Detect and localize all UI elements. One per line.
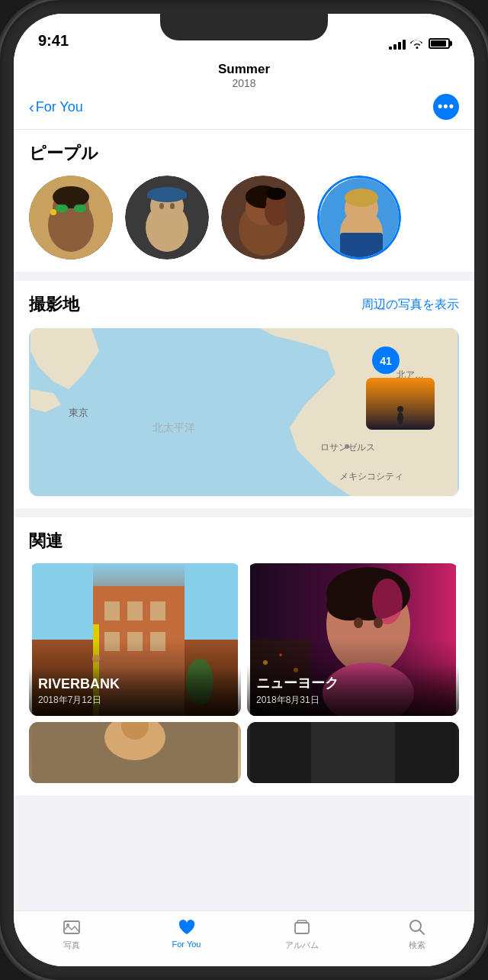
people-section-title: ピープル	[29, 142, 459, 165]
related-section: 関連	[14, 517, 474, 795]
person-4-illustration	[319, 178, 401, 260]
person-avatar-2[interactable]	[125, 176, 209, 260]
people-section: ピープル	[14, 130, 474, 272]
nav-row: ‹ For You •••	[29, 94, 459, 120]
related-card-1[interactable]: RIVERBANK 2018年7月12日	[29, 563, 241, 716]
places-section-title: 撮影地	[29, 293, 79, 316]
status-time: 9:41	[38, 32, 69, 50]
tab-albums[interactable]: アルバム	[244, 917, 359, 951]
svg-point-31	[345, 444, 349, 449]
related-card-1-title: RIVERBANK	[38, 676, 232, 692]
tab-bar: 写真 For You アルバム 検索	[14, 911, 474, 966]
places-section: 撮影地 周辺の写真を表示 東京 北太平洋	[14, 281, 474, 508]
person-3-illustration	[221, 176, 305, 260]
svg-rect-72	[311, 722, 395, 783]
svg-point-7	[50, 209, 56, 215]
scroll-content: ピープル	[14, 130, 474, 911]
partial-card-2-image	[247, 722, 459, 783]
more-button[interactable]: •••	[433, 94, 459, 120]
related-card-2-overlay: ニューヨーク 2018年8月31日	[247, 665, 459, 716]
for-you-icon	[177, 917, 197, 937]
partial-card-1-image	[29, 722, 241, 783]
svg-rect-5	[74, 205, 86, 212]
partial-card-2[interactable]	[247, 722, 459, 783]
people-row	[29, 176, 459, 260]
tab-for-you[interactable]: For You	[129, 917, 244, 951]
tab-search[interactable]: 検索	[359, 917, 474, 951]
wifi-icon	[410, 38, 424, 49]
svg-text:北太平洋: 北太平洋	[152, 421, 195, 434]
places-section-header: 撮影地 周辺の写真を表示	[29, 293, 459, 316]
related-card-2-date: 2018年8月31日	[256, 695, 319, 705]
related-grid: RIVERBANK 2018年7月12日	[29, 563, 459, 716]
svg-point-14	[170, 203, 175, 209]
svg-point-38	[397, 412, 403, 424]
related-card-1-overlay: RIVERBANK 2018年7月12日	[29, 667, 241, 716]
nav-bar: Summer 2018 ‹ For You •••	[14, 56, 474, 130]
svg-point-3	[53, 186, 89, 208]
back-button[interactable]: ‹ For You	[29, 98, 83, 116]
more-icon: •••	[438, 99, 454, 113]
tab-albums-label: アルバム	[285, 940, 319, 951]
svg-point-13	[159, 203, 164, 209]
albums-icon	[292, 917, 312, 937]
phone-screen: 9:41 Summer 2018	[14, 14, 474, 966]
tab-search-label: 検索	[409, 940, 425, 951]
svg-line-79	[419, 930, 424, 935]
map-svg: 東京 北太平洋 ロサンゼルス メキシコシティ 北ア… 41	[29, 328, 459, 496]
map-container[interactable]: 東京 北太平洋 ロサンゼルス メキシコシティ 北ア… 41	[29, 328, 459, 496]
related-section-title: 関連	[29, 530, 459, 553]
svg-rect-26	[340, 233, 383, 260]
tab-photos-label: 写真	[63, 940, 80, 951]
nav-subtitle: 2018	[29, 77, 459, 89]
partial-card-1[interactable]	[29, 722, 241, 783]
battery-icon	[429, 38, 450, 49]
svg-rect-4	[56, 205, 68, 212]
svg-rect-12	[147, 192, 187, 198]
tab-photos[interactable]: 写真	[14, 917, 129, 951]
related-card-2[interactable]: ニューヨーク 2018年8月31日	[247, 563, 459, 716]
view-nearby-button[interactable]: 周辺の写真を表示	[361, 297, 459, 313]
person-avatar-3[interactable]	[221, 176, 305, 260]
related-card-1-date: 2018年7月12日	[38, 695, 101, 705]
partial-card-row	[29, 722, 459, 783]
svg-point-75	[66, 924, 69, 927]
svg-point-39	[397, 406, 403, 412]
svg-rect-76	[295, 923, 309, 933]
phone-frame: 9:41 Summer 2018	[0, 0, 488, 980]
notch	[160, 14, 328, 40]
signal-icon	[389, 37, 406, 50]
person-avatar-4[interactable]	[317, 176, 401, 260]
svg-text:41: 41	[380, 355, 392, 367]
tab-for-you-label: For You	[172, 940, 201, 949]
svg-text:メキシコシティ: メキシコシティ	[339, 471, 403, 482]
person-1-illustration	[29, 176, 113, 260]
person-2-illustration	[125, 176, 209, 260]
svg-point-25	[345, 189, 378, 207]
related-card-2-title: ニューヨーク	[256, 674, 450, 692]
back-chevron-icon: ‹	[29, 98, 34, 116]
back-label: For You	[36, 99, 83, 115]
search-icon	[407, 917, 427, 937]
svg-text:東京: 東京	[69, 407, 88, 418]
svg-point-21	[266, 188, 286, 200]
photos-icon	[62, 917, 82, 937]
nav-title: Summer	[29, 62, 459, 77]
person-avatar-1[interactable]	[29, 176, 113, 260]
status-icons	[389, 37, 450, 50]
svg-rect-77	[297, 920, 307, 923]
svg-rect-6	[68, 207, 74, 208]
